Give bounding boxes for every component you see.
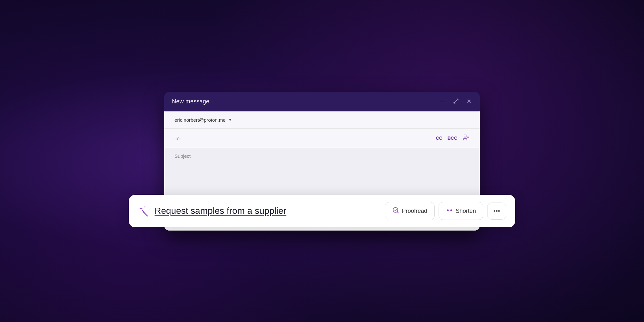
proofread-icon [392,207,399,215]
to-row: To CC BCC [164,129,480,148]
ai-prompt-left: Request samples from a supplier [138,205,385,217]
titlebar-controls: — ✕ [439,98,472,106]
ai-prompt-card: Request samples from a supplier Proofrea… [129,195,515,227]
from-dropdown-icon: ▼ [228,118,232,122]
ai-more-button[interactable]: ••• [487,203,506,220]
window-title: New message [172,98,209,105]
shorten-label: Shorten [456,208,476,214]
from-row: eric.norbert@proton.me ▼ [164,111,480,129]
shorten-icon [446,207,453,215]
proofread-label: Proofread [402,208,427,214]
subject-row [164,148,480,164]
shorten-button[interactable]: Shorten [439,202,483,220]
cc-button[interactable]: CC [436,136,442,141]
ai-actions: Proofread Shorten ••• [385,202,506,220]
ai-sparkle-icon [138,205,149,217]
expand-button[interactable] [452,98,459,106]
ai-prompt-text[interactable]: Request samples from a supplier [155,206,286,216]
proofread-button[interactable]: Proofread [385,202,435,220]
to-label: To [175,136,180,141]
from-email: eric.norbert@proton.me [175,117,226,123]
svg-point-0 [464,135,466,137]
close-button[interactable]: ✕ [466,98,472,105]
subject-input[interactable] [175,153,469,159]
minimize-button[interactable]: — [439,98,446,105]
from-selector[interactable]: eric.norbert@proton.me ▼ [175,117,469,123]
titlebar: New message — ✕ [164,92,480,111]
add-contact-icon[interactable] [462,134,469,143]
bcc-button[interactable]: BCC [448,136,457,141]
to-actions: CC BCC [436,134,469,143]
svg-line-8 [143,212,147,216]
